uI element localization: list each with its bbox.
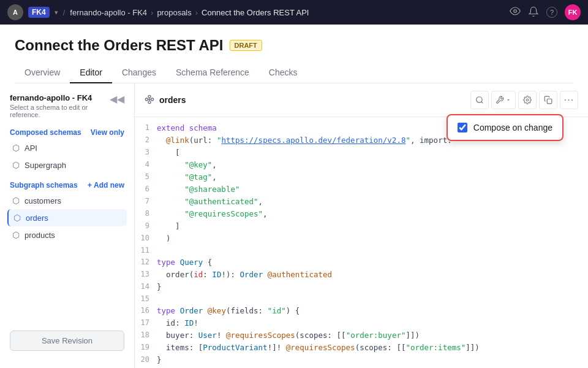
- search-button[interactable]: [470, 91, 489, 109]
- breadcrumb-org[interactable]: fernando-apollo - FK4: [70, 8, 147, 17]
- save-revision-button[interactable]: Save Revision: [10, 331, 124, 351]
- sidebar-org: fernando-apollo - FK4: [10, 93, 110, 102]
- editor-toolbar: ···: [470, 91, 578, 109]
- code-line: 9 ]: [135, 220, 588, 232]
- sidebar-hint: Select a schema to edit or reference.: [10, 104, 110, 118]
- code-line: 11: [135, 245, 588, 256]
- main: fernando-apollo - FK4 Select a schema to…: [0, 83, 588, 368]
- compose-settings-button[interactable]: [518, 91, 537, 109]
- svg-point-1: [148, 95, 151, 98]
- code-line: 7 "@authenticated",: [135, 196, 588, 208]
- svg-point-7: [477, 97, 482, 102]
- build-dropdown-button[interactable]: [491, 91, 516, 109]
- sidebar-header: fernando-apollo - FK4 Select a schema to…: [0, 93, 134, 126]
- compose-checkbox[interactable]: [458, 123, 467, 132]
- draft-badge: DRAFT: [230, 40, 262, 51]
- code-line: 10 ): [135, 232, 588, 245]
- sidebar-item-customers[interactable]: ⬡ customers: [7, 192, 127, 209]
- tab-editor[interactable]: Editor: [70, 63, 112, 83]
- topbar: A FK4 ▾ / fernando-apollo - FK4 › propos…: [0, 0, 588, 25]
- compose-popup-label: Compose on change: [473, 123, 552, 132]
- svg-point-0: [514, 10, 517, 13]
- breadcrumb-proposals[interactable]: proposals: [157, 8, 191, 17]
- code-line: 18 buyer: User! @requiresScopes(scopes: …: [135, 329, 588, 342]
- topbar-chevron[interactable]: ▾: [55, 9, 58, 17]
- editor-area: orders ···: [135, 83, 588, 368]
- code-line: 3 [: [135, 147, 588, 159]
- tab-changes[interactable]: Changes: [112, 63, 166, 83]
- copy-button[interactable]: [539, 91, 557, 109]
- code-line: 5 "@tag",: [135, 171, 588, 183]
- svg-rect-10: [547, 99, 552, 104]
- view-only-label[interactable]: View only: [91, 128, 124, 137]
- add-new-button[interactable]: + Add new: [88, 181, 124, 190]
- api-icon: ⬡: [12, 143, 20, 153]
- code-line: 20 }: [135, 354, 588, 366]
- composed-schemas-section: Composed schemas View only ⬡ API ⬡ Super…: [0, 126, 134, 174]
- composed-schemas-title: Composed schemas View only: [7, 126, 127, 139]
- svg-point-9: [526, 99, 529, 101]
- tab-schema-reference[interactable]: Schema Reference: [166, 63, 259, 83]
- breadcrumb: fernando-apollo - FK4 › proposals › Conn…: [70, 8, 309, 17]
- sidebar-footer: Save Revision: [0, 323, 134, 358]
- question-icon[interactable]: ?: [546, 7, 557, 18]
- sidebar-item-orders[interactable]: ⬡ orders: [7, 209, 127, 226]
- code-editor[interactable]: 1 extend schema 2 @link(url: "https://sp…: [135, 117, 588, 368]
- sidebar-item-products[interactable]: ⬡ products: [7, 226, 127, 243]
- svg-point-2: [148, 101, 151, 103]
- more-button[interactable]: ···: [560, 91, 578, 109]
- page-header: Connect the Orders REST API DRAFT Overvi…: [0, 25, 588, 83]
- code-line: 19 items: [ProductVariant!]! @requiresSc…: [135, 342, 588, 354]
- supergraph-icon: ⬡: [12, 160, 20, 170]
- bell-icon[interactable]: [528, 6, 539, 19]
- collapse-button[interactable]: ◀◀: [110, 93, 124, 105]
- orders-icon: ⬡: [13, 213, 21, 223]
- subgraph-schemas-section: Subgraph schemas + Add new ⬡ customers ⬡…: [0, 178, 134, 243]
- orders-label: orders: [26, 213, 48, 223]
- code-line: 15: [135, 293, 588, 305]
- sidebar: fernando-apollo - FK4 Select a schema to…: [0, 83, 135, 368]
- graph-button[interactable]: FK4: [28, 7, 50, 18]
- code-line: 12 type Query {: [135, 256, 588, 269]
- subgraph-schemas-title: Subgraph schemas + Add new: [7, 178, 127, 192]
- page-title-row: Connect the Orders REST API DRAFT: [15, 37, 573, 54]
- svg-point-3: [145, 98, 148, 101]
- tab-checks[interactable]: Checks: [259, 63, 307, 83]
- tab-overview[interactable]: Overview: [15, 63, 70, 83]
- editor-header: orders ···: [135, 83, 588, 117]
- code-line: 13 order(id: ID!): Order @authenticated: [135, 269, 588, 281]
- topbar-icons: ? FK: [510, 4, 581, 20]
- compose-popup: Compose on change: [447, 114, 564, 141]
- breadcrumb-current: Connect the Orders REST API: [202, 8, 309, 17]
- svg-line-8: [481, 102, 483, 104]
- page-tabs: Overview Editor Changes Schema Reference…: [15, 63, 573, 83]
- schema-name: orders: [159, 95, 186, 105]
- customers-icon: ⬡: [12, 196, 20, 205]
- sidebar-item-supergraph[interactable]: ⬡ Supergraph: [7, 156, 127, 174]
- svg-point-4: [151, 98, 154, 101]
- eye-icon[interactable]: [510, 6, 521, 19]
- code-line: 4 "@key",: [135, 159, 588, 171]
- code-line: 14 }: [135, 281, 588, 293]
- sidebar-item-api[interactable]: ⬡ API: [7, 139, 127, 156]
- org-avatar[interactable]: A: [7, 4, 23, 20]
- code-line: 8 "@requiresScopes",: [135, 208, 588, 220]
- supergraph-label: Supergraph: [24, 161, 66, 170]
- code-line: 16 type Order @key(fields: "id") {: [135, 305, 588, 317]
- page-title: Connect the Orders REST API: [15, 37, 224, 54]
- user-avatar[interactable]: FK: [565, 4, 581, 20]
- page: Connect the Orders REST API DRAFT Overvi…: [0, 25, 588, 368]
- api-label: API: [24, 144, 37, 153]
- products-label: products: [24, 231, 55, 240]
- products-icon: ⬡: [12, 230, 20, 240]
- schema-icon: [145, 94, 154, 106]
- customers-label: customers: [24, 196, 61, 205]
- code-line: 6 "@shareable": [135, 183, 588, 196]
- code-line: 17 id: ID!: [135, 317, 588, 329]
